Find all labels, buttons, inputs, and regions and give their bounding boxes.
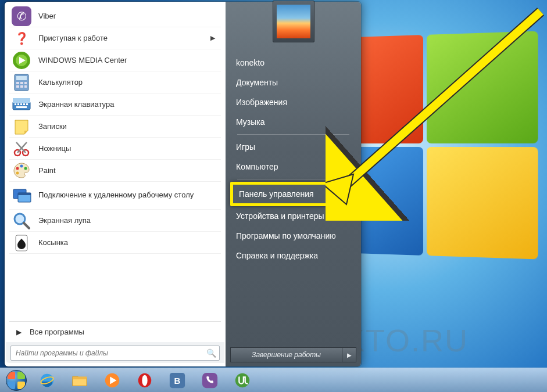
svg-rect-14 [17,103,19,105]
svg-rect-44 [73,376,87,379]
right-item[interactable]: Программы по умолчанию [230,226,356,246]
taskbar-item-wmp[interactable] [96,370,128,391]
app-item-media-center[interactable]: WINDOWS MEDIA Center [9,49,221,71]
paint-icon [12,161,31,181]
solitaire-icon [12,233,31,253]
svg-rect-7 [24,82,27,84]
right-item[interactable]: Изображения [230,92,356,112]
app-item-label: Экранная лупа [38,216,219,225]
app-item-label: Калькулятор [38,78,219,87]
svg-point-48 [142,375,147,386]
snipping-icon [12,139,31,159]
app-item-viber[interactable]: ✆Viber [9,5,221,27]
app-item-label: Записки [38,122,219,131]
separator [237,179,349,179]
all-programs-label: Все программы [30,328,84,336]
app-item-remote[interactable]: Подключение к удаленному рабочему столу [9,182,221,210]
svg-rect-11 [13,102,30,110]
right-item[interactable]: Игры [230,137,356,157]
svg-rect-17 [26,103,28,105]
svg-rect-9 [20,85,23,88]
search-icon: 🔍 [206,348,216,358]
svg-rect-13 [15,103,16,105]
taskbar-item-viber[interactable] [194,370,226,391]
right-item-username[interactable]: konekto [230,53,356,73]
app-item-label: Приступая к работе [38,34,210,42]
right-item[interactable]: Компьютер [230,157,356,177]
user-avatar[interactable] [273,1,314,42]
media-player-icon [103,372,121,389]
app-item-keyboard[interactable]: Экранная клавиатура [9,93,221,116]
start-menu: ✆Viber❓Приступая к работе▶WINDOWS MEDIA … [4,1,362,367]
start-menu-right-pane: konekto ДокументыИзображенияМузыкаИгрыКо… [226,2,361,366]
viber-icon: ✆ [12,6,31,26]
svg-line-22 [16,142,26,153]
right-list: konekto ДокументыИзображенияМузыкаИгрыКо… [226,53,361,265]
utorrent-icon [234,372,251,389]
svg-point-24 [20,164,23,167]
svg-text:B: B [174,375,181,385]
chevron-right-icon: ▶ [210,34,215,42]
svg-rect-18 [16,106,27,108]
desktop: KONEKTO.RU ✆Viber❓Приступая к работе▶WIN… [0,0,547,392]
svg-rect-6 [20,82,23,84]
taskbar-item-ie[interactable] [31,370,63,391]
app-item-label: Экранная клавиатура [38,100,219,109]
keyboard-icon [12,95,31,114]
svg-point-23 [16,167,19,170]
all-programs-button[interactable]: ▶ Все программы [9,321,221,342]
right-item[interactable]: Устройства и принтеры [230,206,356,226]
shutdown-button[interactable]: Завершение работы [230,347,342,362]
remote-icon [12,186,31,206]
shutdown-options-button[interactable]: ▶ [342,347,356,362]
svg-rect-16 [23,103,25,105]
search-area: 🔍 [6,342,224,363]
app-item-calculator[interactable]: Калькулятор [9,71,221,93]
svg-line-21 [17,142,27,153]
right-item[interactable]: Документы [230,73,356,92]
folder-icon [71,372,88,389]
app-item-sticky-notes[interactable]: Записки [9,116,221,138]
chevron-right-icon: ▶ [16,328,22,336]
viber-icon [201,372,219,389]
taskbar-item-opera[interactable] [129,370,160,391]
app-item-paint[interactable]: Paint [9,160,221,182]
app-item-getting-started[interactable]: ❓Приступая к работе▶ [9,27,221,49]
app-item-label: Ножницы [38,144,219,153]
start-button[interactable] [2,369,30,392]
taskbar-item-explorer[interactable] [64,370,95,391]
taskbar: B [0,368,547,392]
getting-started-icon: ❓ [12,28,31,48]
right-item[interactable]: Музыка [230,112,356,132]
right-item[interactable]: Панель управления [230,182,356,206]
ie-icon [38,372,56,389]
app-item-snipping[interactable]: Ножницы [9,138,221,160]
svg-rect-29 [18,193,31,195]
app-list: ✆Viber❓Приступая к работе▶WINDOWS MEDIA … [6,5,224,254]
svg-rect-10 [24,85,27,88]
app-item-label: WINDOWS MEDIA Center [38,56,219,64]
search-input[interactable] [10,346,220,361]
windows-orb-icon [6,370,27,391]
app-item-label: Paint [38,166,219,175]
svg-point-25 [24,167,27,170]
app-item-label: Viber [38,12,219,20]
magnifier-icon [12,211,31,231]
sticky-notes-icon [12,117,31,136]
svg-rect-12 [13,98,30,103]
shutdown-area: Завершение работы ▶ [230,347,356,362]
right-item[interactable]: Справка и поддержка [230,246,356,265]
start-menu-left-pane: ✆Viber❓Приступая к работе▶WINDOWS MEDIA … [5,2,226,366]
app-item-label: Подключение к удаленному рабочему столу [38,190,219,200]
app-item-label: Косынка [38,238,219,247]
svg-point-52 [235,373,249,387]
app-item-magnifier[interactable]: Экранная лупа [9,210,221,232]
taskbar-item-utorrent[interactable] [227,370,258,391]
svg-point-26 [16,171,19,174]
taskbar-item-vk[interactable]: B [162,370,193,391]
separator [237,134,349,135]
app-item-solitaire[interactable]: Косынка [9,232,221,254]
svg-rect-8 [16,85,19,88]
svg-rect-4 [16,76,27,80]
svg-rect-15 [20,103,22,105]
